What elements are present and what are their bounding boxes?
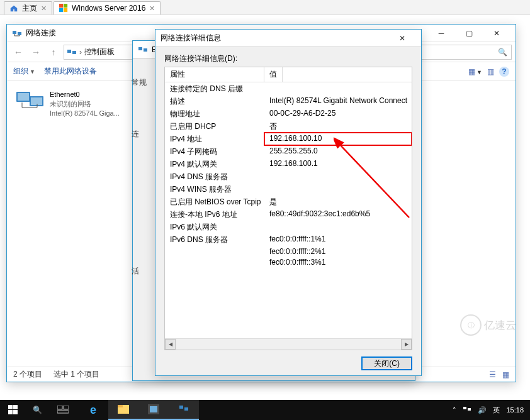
- property-value: Intel(R) 82574L Gigabit Network Connect: [264, 95, 412, 108]
- table-row[interactable]: fec0:0:0:ffff::3%1: [165, 257, 412, 267]
- table-row[interactable]: 连接特定的 DNS 后缀: [165, 82, 412, 95]
- table-row[interactable]: 已启用 DHCP否: [165, 120, 412, 133]
- up-button[interactable]: ↑: [46, 45, 61, 60]
- tray-network-icon[interactable]: [463, 405, 471, 415]
- forward-button[interactable]: →: [28, 45, 43, 60]
- tab-home[interactable]: 主页 ✕: [4, 1, 52, 14]
- property-name: 已启用 DHCP: [165, 120, 264, 133]
- property-value: 否: [264, 120, 412, 133]
- property-value: fec0:0:0:ffff::2%1: [264, 246, 412, 257]
- organize-button[interactable]: 组织▼: [13, 66, 35, 77]
- tray-chevron-icon[interactable]: ˄: [453, 406, 456, 414]
- property-value: 192.168.100.1: [264, 158, 412, 170]
- svg-rect-15: [8, 405, 13, 409]
- watermark-icon: ⓘ: [460, 314, 482, 336]
- svg-rect-29: [468, 408, 471, 411]
- table-row[interactable]: IPv4 子网掩码255.255.255.0: [165, 145, 412, 158]
- breadcrumb-text: 控制面板: [84, 47, 115, 57]
- icons-view-icon[interactable]: ▦: [502, 370, 509, 379]
- property-name: IPv4 DNS 服务器: [165, 170, 264, 183]
- svg-rect-28: [463, 407, 466, 409]
- minimize-button[interactable]: ─: [427, 25, 455, 41]
- detail-dialog-title: 网络连接详细信息: [161, 33, 388, 43]
- tab-ws2016[interactable]: Windows Server 2016 ✕: [54, 1, 161, 14]
- table-row[interactable]: 已启用 NetBIOS over Tcpip是: [165, 196, 412, 208]
- property-value: [264, 221, 412, 233]
- table-row[interactable]: IPv4 DNS 服务器: [165, 170, 412, 183]
- taskbar-explorer[interactable]: [108, 400, 138, 420]
- help-icon[interactable]: ?: [499, 67, 509, 77]
- taskbar-clock[interactable]: 15:18: [506, 406, 524, 414]
- task-view-button[interactable]: [48, 400, 78, 420]
- property-name: IPv4 默认网关: [165, 158, 264, 170]
- taskbar-ie[interactable]: e: [78, 400, 108, 420]
- table-row[interactable]: fec0:0:0:ffff::2%1: [165, 246, 412, 257]
- table-header: 属性 值: [165, 67, 412, 82]
- table-row[interactable]: 物理地址00-0C-29-A6-D2-25: [165, 108, 412, 120]
- header-value[interactable]: 值: [264, 67, 283, 82]
- taskbar-control-panel[interactable]: [169, 400, 199, 420]
- svg-rect-20: [64, 406, 69, 409]
- maximize-button[interactable]: ▢: [455, 25, 483, 41]
- property-value: [264, 82, 412, 95]
- property-name: IPv4 WINS 服务器: [165, 183, 264, 196]
- property-name: 已启用 NetBIOS over Tcpip: [165, 196, 264, 208]
- home-icon: [9, 4, 18, 13]
- property-value: 255.255.255.0: [264, 145, 412, 158]
- svg-rect-3: [64, 8, 67, 12]
- svg-rect-11: [31, 97, 42, 105]
- disable-device-button[interactable]: 禁用此网络设备: [44, 66, 97, 77]
- property-name: IPv4 子网掩码: [165, 145, 264, 158]
- table-row[interactable]: IPv6 DNS 服务器fec0:0:0:ffff::1%1: [165, 233, 412, 246]
- detail-close-button[interactable]: 关闭(C): [361, 356, 412, 370]
- preview-icon[interactable]: ▥: [487, 67, 494, 76]
- svg-rect-18: [13, 410, 18, 414]
- adapter-desc: Intel(R) 82574L Giga...: [50, 109, 120, 118]
- network-icon: [12, 28, 22, 38]
- watermark-text: 亿速云: [484, 318, 516, 333]
- ime-indicator[interactable]: 英: [493, 406, 500, 415]
- taskbar-search-icon[interactable]: 🔍: [26, 400, 48, 420]
- property-value: fe80::49df:9032:3ec1:ed6b%5: [264, 208, 412, 221]
- adapter-item[interactable]: Ethernet0 未识别的网络 Intel(R) 82574L Giga...: [13, 87, 127, 121]
- svg-rect-1: [64, 4, 67, 8]
- tab-general[interactable]: 常规: [132, 77, 147, 88]
- adapter-icon: [16, 90, 45, 114]
- back-button[interactable]: ←: [11, 45, 26, 60]
- network-details-dialog: 网络连接详细信息 ✕ 网络连接详细信息(D): 属性 值 连接特定的 DNS 后…: [155, 29, 422, 376]
- close-button[interactable]: ✕: [388, 30, 416, 47]
- property-name: IPv4 地址: [165, 133, 264, 145]
- taskbar-server-manager[interactable]: [138, 400, 169, 420]
- table-row[interactable]: IPv4 地址192.168.100.10: [165, 133, 412, 145]
- view-icon[interactable]: ▦▼: [468, 67, 482, 76]
- table-row[interactable]: 连接-本地 IPv6 地址fe80::49df:9032:3ec1:ed6b%5: [165, 208, 412, 221]
- taskbar: 🔍 e ˄ 🔊 英 15:18: [0, 400, 530, 420]
- table-row[interactable]: IPv6 默认网关: [165, 221, 412, 233]
- tab-ws-label: Windows Server 2016: [72, 4, 145, 13]
- property-value: fec0:0:0:ffff::3%1: [264, 257, 412, 267]
- horizontal-scrollbar[interactable]: ◀ ▶: [165, 338, 412, 350]
- close-button[interactable]: ✕: [483, 25, 510, 41]
- tray-volume-icon[interactable]: 🔊: [478, 406, 487, 414]
- header-property[interactable]: 属性: [165, 67, 264, 82]
- details-table: 属性 值 连接特定的 DNS 后缀描述Intel(R) 82574L Gigab…: [164, 67, 412, 350]
- svg-rect-19: [57, 406, 62, 409]
- table-row[interactable]: IPv4 WINS 服务器: [165, 183, 412, 196]
- table-row[interactable]: 描述Intel(R) 82574L Gigabit Network Connec…: [165, 95, 412, 108]
- property-value: [264, 170, 412, 183]
- details-view-icon[interactable]: ☰: [489, 370, 496, 379]
- svg-rect-23: [118, 405, 123, 407]
- table-row[interactable]: IPv4 默认网关192.168.100.1: [165, 158, 412, 170]
- svg-rect-4: [13, 31, 16, 34]
- close-icon[interactable]: ✕: [41, 4, 47, 13]
- property-name: IPv6 默认网关: [165, 221, 264, 233]
- start-button[interactable]: [0, 400, 26, 420]
- scroll-left-icon[interactable]: ◀: [165, 339, 176, 350]
- svg-rect-16: [13, 405, 18, 409]
- scroll-right-icon[interactable]: ▶: [401, 339, 412, 350]
- close-icon[interactable]: ✕: [149, 4, 155, 13]
- windows-icon: [59, 4, 68, 13]
- svg-rect-26: [179, 406, 183, 409]
- property-name: 连接-本地 IPv6 地址: [165, 208, 264, 221]
- property-name: 描述: [165, 95, 264, 108]
